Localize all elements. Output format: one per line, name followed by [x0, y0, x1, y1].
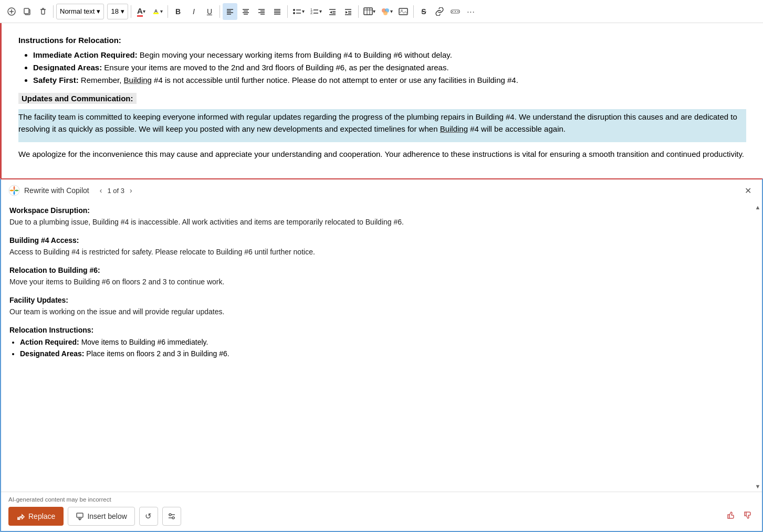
- font-color-dropdown-icon: ▾: [143, 8, 145, 14]
- style-label: Normal text: [60, 7, 95, 15]
- bullet-list-button[interactable]: ▾: [290, 3, 307, 20]
- copilot-title: Rewrite with Copilot: [24, 186, 89, 195]
- add-button[interactable]: [4, 3, 19, 20]
- bullet2-text: Ensure your items are moved to the 2nd a…: [102, 63, 448, 72]
- num-list-button[interactable]: 1.2. ▾: [308, 3, 324, 20]
- svg-point-26: [293, 9, 295, 11]
- italic-button[interactable]: I: [186, 3, 201, 20]
- image-button[interactable]: [396, 3, 411, 20]
- copilot-actions: Replace Insert below ↺: [8, 507, 755, 526]
- section1-heading: Instructions for Relocation:: [18, 36, 746, 45]
- outdent-button[interactable]: [325, 3, 340, 20]
- settings-button[interactable]: [162, 507, 181, 526]
- divider5: [287, 5, 288, 18]
- section3-heading: Relocation to Building #6:: [9, 266, 754, 274]
- svg-text:2.: 2.: [310, 11, 313, 15]
- svg-rect-58: [77, 513, 83, 517]
- copilot-prev-button[interactable]: ‹: [98, 185, 104, 196]
- copilot-panel: Rewrite with Copilot ‹ 1 of 3 › ✕ ▲: [0, 178, 763, 533]
- copilot-counter: 1 of 3: [107, 187, 124, 195]
- align-justify-button[interactable]: [270, 3, 285, 20]
- replace-icon: [17, 512, 25, 520]
- copilot-scroll-area[interactable]: Workspace Disruption: Due to a plumbing …: [1, 202, 762, 492]
- section5-heading: Relocation Instructions:: [9, 326, 754, 334]
- copilot-section-5: Relocation Instructions: Action Required…: [9, 326, 754, 360]
- copilot-close-button[interactable]: ✕: [741, 185, 755, 197]
- copy-button[interactable]: [20, 3, 35, 20]
- toolbar: Normal text ▾ 18 ▾ A ▾ A ▾ B I U ▾: [0, 0, 763, 23]
- align-center-button[interactable]: [238, 3, 253, 20]
- more-button[interactable]: [448, 3, 463, 20]
- svg-rect-51: [399, 8, 407, 15]
- copilot-header: Rewrite with Copilot ‹ 1 of 3 › ✕: [1, 179, 762, 202]
- section2-heading-wrapper: Updates and Communication:: [18, 93, 746, 104]
- copilot-bullet-2: Designated Areas: Place items on floors …: [20, 348, 754, 359]
- align-right-button[interactable]: [254, 3, 269, 20]
- list-item-3: Safety First: Remember, Building #4 is n…: [33, 74, 746, 87]
- divider1: [53, 5, 54, 18]
- list-item-1: Immediate Action Required: Begin moving …: [33, 49, 746, 61]
- divider2: [131, 5, 131, 18]
- settings-icon: [168, 512, 176, 520]
- section2-heading: Building #4 Access:: [9, 236, 754, 244]
- divider6: [358, 5, 359, 18]
- bullet-list: Immediate Action Required: Begin moving …: [18, 49, 746, 87]
- section3-text: Move your items to Building #6 on floors…: [9, 276, 754, 288]
- svg-point-50: [383, 11, 388, 15]
- next-icon: ›: [130, 186, 132, 195]
- svg-point-62: [169, 514, 171, 516]
- insert-below-icon: [76, 512, 84, 520]
- svg-rect-5: [41, 9, 45, 14]
- section1-text: Due to a plumbing issue, Building #4 is …: [9, 217, 754, 228]
- document-area: Instructions for Relocation: Immediate A…: [0, 23, 763, 178]
- svg-marker-35: [330, 11, 332, 14]
- refresh-button[interactable]: ↺: [139, 507, 158, 526]
- thumbdown-button[interactable]: [741, 509, 755, 523]
- section4-heading: Facility Updates:: [9, 296, 754, 304]
- link-button[interactable]: [432, 3, 447, 20]
- divider3: [168, 5, 168, 18]
- overflow-button[interactable]: ···: [464, 3, 478, 20]
- paragraph2: We apologize for the inconvenience this …: [18, 148, 746, 161]
- section2-heading: Updates and Communication:: [18, 93, 137, 104]
- copilot-section-2: Building #4 Access: Access to Building #…: [9, 236, 754, 258]
- scroll-down-button[interactable]: ▼: [753, 482, 763, 491]
- align-left-button[interactable]: [223, 3, 237, 20]
- insert-below-button[interactable]: Insert below: [68, 507, 134, 526]
- style-dropdown-icon: ▾: [97, 7, 100, 15]
- section2-text: Access to Building #4 is restricted for …: [9, 247, 754, 258]
- font-size-dropdown-icon: ▾: [121, 7, 124, 15]
- indent-button[interactable]: [341, 3, 356, 20]
- font-size-selector[interactable]: 18 ▾: [107, 4, 128, 19]
- ai-disclaimer: AI-generated content may be incorrect: [8, 496, 755, 503]
- list-item-2: Designated Areas: Ensure your items are …: [33, 61, 746, 74]
- replace-button[interactable]: Replace: [8, 507, 64, 526]
- table-button[interactable]: ▾: [361, 3, 378, 20]
- copilot-section-3: Relocation to Building #6: Move your ite…: [9, 266, 754, 288]
- scroll-up-button[interactable]: ▲: [753, 203, 763, 211]
- svg-point-28: [293, 12, 295, 14]
- copilot-section-1: Workspace Disruption: Due to a plumbing …: [9, 206, 754, 228]
- highlight-button[interactable]: A ▾: [150, 3, 165, 20]
- style-selector[interactable]: Normal text ▾: [56, 4, 104, 19]
- section4-text: Our team is working on the issue and wil…: [9, 306, 754, 317]
- strikethrough-button[interactable]: S: [416, 3, 431, 20]
- thumbdown-icon: [743, 510, 752, 520]
- copilot-next-button[interactable]: ›: [128, 185, 134, 196]
- svg-rect-44: [364, 8, 372, 15]
- replace-label: Replace: [28, 512, 55, 520]
- delete-button[interactable]: [36, 3, 50, 20]
- bullet2-bold: Designated Areas:: [33, 63, 102, 72]
- copilot-footer: AI-generated content may be incorrect Re…: [1, 492, 762, 531]
- color-palette-button[interactable]: ▾: [379, 3, 395, 20]
- bold-button[interactable]: B: [171, 3, 185, 20]
- divider7: [413, 5, 414, 18]
- svg-rect-4: [24, 8, 29, 14]
- underline-button[interactable]: U: [202, 3, 217, 20]
- font-size-label: 18: [111, 7, 118, 15]
- thumbup-icon: [726, 510, 736, 520]
- thumbup-button[interactable]: [724, 509, 738, 523]
- font-color-button[interactable]: A ▾: [134, 3, 149, 20]
- copilot-bullet-1: Action Required: Move items to Building …: [20, 336, 754, 348]
- insert-below-label: Insert below: [87, 512, 127, 520]
